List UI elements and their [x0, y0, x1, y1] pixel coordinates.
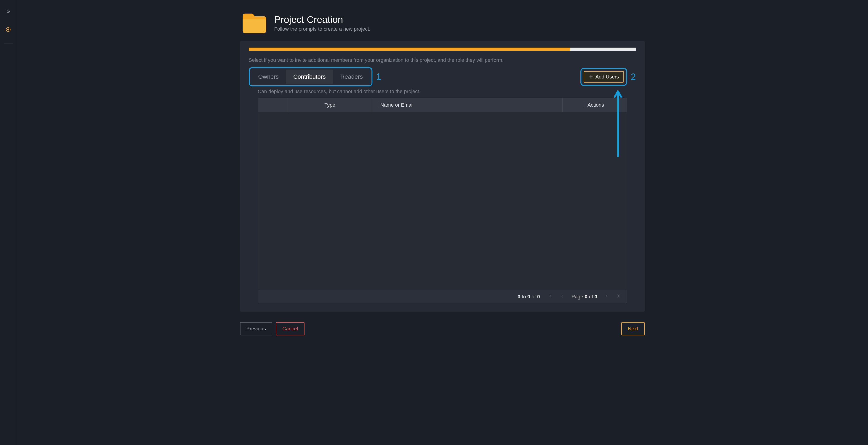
- annotation-number-2: 2: [631, 71, 636, 82]
- page-subtitle: Follow the prompts to create a new proje…: [274, 26, 371, 32]
- table-body-empty: [258, 112, 627, 290]
- step-instructions: Select if you want to invite additional …: [249, 57, 636, 63]
- role-description: Can deploy and use resources, but cannot…: [258, 89, 636, 94]
- progress-fill: [249, 48, 570, 51]
- cancel-button[interactable]: Cancel: [276, 322, 304, 335]
- sidebar-expand-button[interactable]: [4, 7, 13, 16]
- pagination-page: Page 0 of 0: [571, 294, 597, 300]
- progress-bar: [249, 48, 636, 51]
- col-name-or-email[interactable]: Name or Email: [372, 98, 563, 112]
- add-users-annotation-box: Add Users: [581, 68, 627, 86]
- members-table: Type Name or Email Actions: [258, 98, 627, 303]
- col-type[interactable]: Type: [288, 98, 372, 112]
- column-separator-icon: [585, 102, 585, 108]
- first-page-icon: [548, 294, 553, 300]
- chevrons-right-icon: [6, 9, 11, 14]
- tab-row: Owners Contributors Readers 1 Add Users: [249, 67, 636, 86]
- tab-owners[interactable]: Owners: [251, 69, 286, 84]
- pagination-counts: 0 to 0 of 0: [518, 294, 540, 300]
- sidebar-divider: [4, 43, 13, 44]
- table-header: Type Name or Email Actions: [258, 98, 627, 112]
- column-separator-icon: [378, 102, 378, 108]
- annotation-number-1: 1: [376, 71, 381, 82]
- content: Project Creation Follow the prompts to c…: [240, 11, 645, 335]
- folder-icon: [241, 11, 268, 35]
- col-blank: [258, 98, 288, 112]
- chevron-left-icon: [560, 294, 565, 300]
- plus-circle-icon: [5, 27, 11, 33]
- add-users-button[interactable]: Add Users: [584, 71, 624, 83]
- pager-last-button[interactable]: [616, 294, 622, 300]
- plus-icon: [589, 75, 593, 79]
- pager-first-button[interactable]: [547, 294, 553, 300]
- sidebar-new-button[interactable]: [4, 25, 13, 34]
- pager-prev-button[interactable]: [559, 294, 565, 300]
- col-actions: Actions: [563, 98, 627, 112]
- tab-contributors[interactable]: Contributors: [286, 69, 333, 84]
- last-page-icon: [616, 294, 621, 300]
- page-title: Project Creation: [274, 14, 371, 25]
- chevron-right-icon: [604, 294, 609, 300]
- add-users-button-label: Add Users: [595, 74, 619, 80]
- wizard-panel: Select if you want to invite additional …: [240, 41, 645, 312]
- wizard-nav: Previous Cancel Next: [240, 322, 645, 335]
- page-header: Project Creation Follow the prompts to c…: [240, 11, 645, 41]
- main: Project Creation Follow the prompts to c…: [17, 0, 868, 445]
- pager: Page 0 of 0: [547, 294, 622, 300]
- pager-next-button[interactable]: [603, 294, 610, 300]
- role-tabs-annotation-box: Owners Contributors Readers: [249, 67, 372, 86]
- table-footer: 0 to 0 of 0: [258, 290, 627, 303]
- sidebar: [0, 0, 17, 445]
- tab-readers[interactable]: Readers: [333, 69, 370, 84]
- previous-button[interactable]: Previous: [240, 322, 273, 335]
- next-button[interactable]: Next: [621, 322, 644, 335]
- app-root: Project Creation Follow the prompts to c…: [0, 0, 868, 445]
